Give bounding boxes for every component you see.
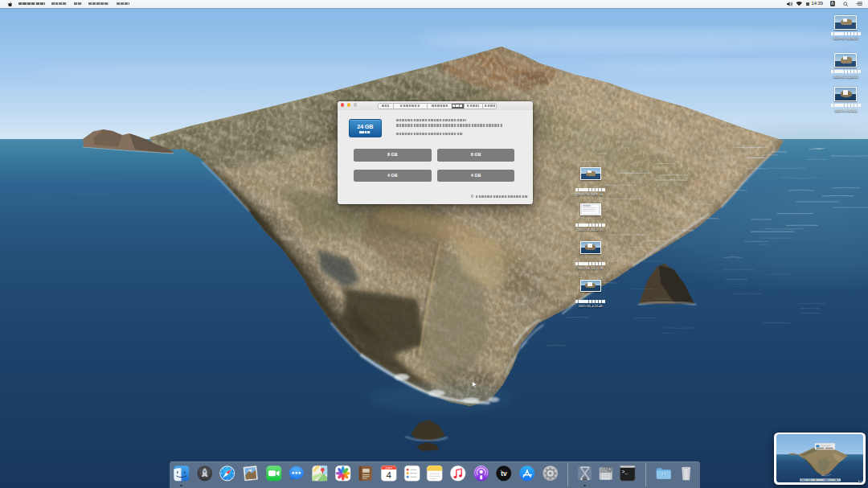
svg-text:土曜日: 土曜日	[385, 466, 392, 470]
svg-text:>_: >_	[621, 470, 628, 475]
svg-text:4: 4	[386, 469, 391, 479]
svg-text:tv: tv	[501, 470, 507, 478]
